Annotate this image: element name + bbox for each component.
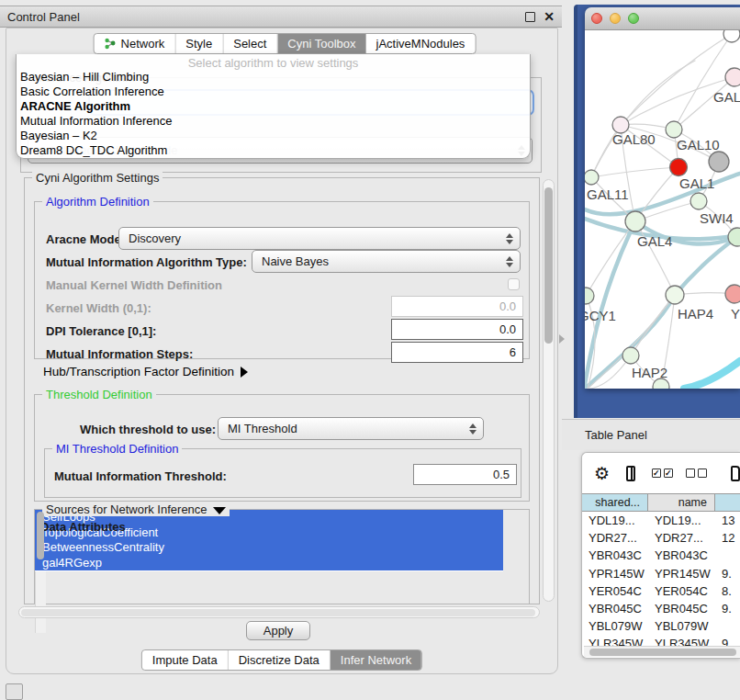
table-row[interactable]: YBL079WYBL079W [582, 617, 740, 635]
network-node-y[interactable] [725, 285, 740, 303]
algorithm-option[interactable]: ARACNE Algorithm [17, 99, 530, 114]
which-threshold-combobox[interactable]: MI Threshold [218, 417, 484, 440]
cyni-algorithm-settings-label: Cyni Algorithm Settings [32, 171, 163, 185]
table-horizontal-scrollbar[interactable] [584, 646, 740, 657]
bottom-tabs: Impute DataDiscretize DataInfer Network [141, 649, 422, 671]
table-row[interactable]: YBR043CYBR043C [582, 547, 740, 564]
table-panel-titlebar: Table Panel [562, 419, 740, 450]
algorithm-option[interactable]: Bayesian – Hill Climbing [17, 70, 530, 85]
apply-button[interactable]: Apply [246, 621, 310, 640]
minimize-traffic-light[interactable] [610, 13, 621, 24]
minimized-panel-chip[interactable] [6, 683, 23, 700]
network-node-hap4[interactable] [666, 286, 684, 304]
network-node-label: GAL4 [637, 233, 672, 249]
attribute-item[interactable]: gal4RGexp [35, 556, 503, 571]
algorithm-dropdown-list: Bayesian – Hill ClimbingBasic Correlatio… [17, 70, 530, 159]
table-cell: 9. [715, 567, 740, 581]
hub-definition-expander[interactable]: Hub/Transcription Factor Definition [43, 365, 248, 378]
mi-threshold-field[interactable]: 0.5 [413, 464, 517, 485]
table-row[interactable]: YER054CYER054C8. [582, 582, 740, 600]
aracne-mode-combobox[interactable]: Discovery [118, 227, 521, 250]
tab-jactivemnodules[interactable]: jActiveMNodules [366, 34, 476, 53]
table-row[interactable]: YDL19...YDL19...13 [582, 512, 740, 529]
network-node-label: HAP4 [678, 306, 713, 322]
dpi-tolerance-field[interactable]: 0.0 [391, 319, 523, 340]
algorithm-option[interactable]: Basic Correlation Inference [17, 85, 530, 99]
attribute-item[interactable]: BetweennessCentrality [35, 540, 503, 556]
manual-kernel-checkbox[interactable] [508, 278, 520, 290]
close-icon[interactable]: ✕ [544, 12, 555, 22]
table-column-header[interactable] [715, 494, 740, 511]
network-node-gal1[interactable] [670, 159, 688, 176]
network-node-swi4[interactable] [690, 193, 707, 209]
control-panel-titlebar[interactable]: Control Panel ✕ [0, 6, 562, 28]
table-row[interactable]: YBR045CYBR045C9. [582, 600, 740, 617]
attributes-scrollbar[interactable] [35, 571, 46, 633]
table-cell: YPR145W [582, 567, 648, 581]
table-cell: 12 [715, 531, 740, 545]
stepper-icon [503, 233, 516, 244]
algorithm-option[interactable]: Bayesian – K2 [17, 129, 530, 143]
settings-horizontal-scrollbar[interactable] [18, 606, 540, 618]
mi-type-value: Naive Bayes [262, 254, 503, 268]
tab-style[interactable]: Style [175, 34, 223, 53]
zoom-traffic-light[interactable] [628, 13, 639, 24]
network-node[interactable] [709, 152, 729, 172]
sources-group-label[interactable]: Sources for Network Inference [42, 502, 230, 516]
table-cell: YBR045C [648, 602, 715, 615]
mi-threshold-definition-group: MI Threshold Definition Mutual Informati… [44, 448, 521, 498]
network-node-gal4[interactable] [625, 211, 645, 231]
table-row[interactable]: YPR145WYPR145W9. [582, 565, 740, 582]
table-column-header[interactable]: shared... [582, 494, 648, 511]
columns-icon[interactable] [626, 466, 635, 481]
network-node-gcy1[interactable] [585, 288, 594, 304]
aracne-mode-label: Aracne Mode: [46, 232, 125, 246]
close-traffic-light[interactable] [591, 13, 602, 24]
network-edge [684, 361, 740, 389]
mi-type-label: Mutual Information Algorithm Type: [46, 255, 247, 269]
table-cell: YER054C [648, 584, 715, 598]
table-cell: 13 [715, 514, 740, 527]
float-icon[interactable] [525, 12, 535, 22]
table-row[interactable]: YDR27...YDR27...12 [582, 529, 740, 547]
network-canvas[interactable]: GALGAL80GAL10GAL1GAL11SWI4GAL4GCY1HAP4YH… [585, 30, 740, 389]
network-node-gal10[interactable] [666, 121, 682, 138]
tab-discretize-data[interactable]: Discretize Data [229, 650, 331, 670]
tab-impute-data[interactable]: Impute Data [142, 650, 229, 670]
document-icon[interactable] [731, 466, 740, 481]
chevron-down-icon [213, 507, 226, 514]
table-panel-window: ⚙ ✓✓ shared...name YDL19...YDL19...13YDR… [581, 452, 740, 659]
kernel-width-label: Kernel Width (0,1): [46, 301, 151, 315]
checked-pair-icon[interactable]: ✓✓ [652, 469, 673, 478]
table-column-header[interactable]: name [648, 494, 715, 511]
threshold-definition-label: Threshold Definition [42, 388, 156, 401]
control-panel-title: Control Panel [7, 10, 525, 24]
table-cell: YER054C [582, 584, 648, 598]
mi-steps-field[interactable]: 6 [391, 342, 523, 363]
algorithm-dropdown: Select algorithm to view settings Bayesi… [16, 54, 531, 159]
settings-scrollbar[interactable] [543, 179, 555, 602]
gear-icon[interactable]: ⚙ [594, 463, 610, 484]
network-node-gal[interactable] [725, 68, 740, 86]
mi-type-combobox[interactable]: Naive Bayes [252, 250, 521, 273]
algorithm-option[interactable]: Mutual Information Inference [17, 114, 530, 129]
tab-select[interactable]: Select [223, 34, 277, 53]
data-attributes-label: Data Attributes [40, 520, 126, 534]
unchecked-pair-icon[interactable] [686, 469, 707, 478]
network-node-label: GAL11 [587, 186, 629, 202]
network-window-titlebar[interactable] [585, 7, 740, 30]
tab-infer-network[interactable]: Infer Network [331, 650, 421, 670]
network-node[interactable] [723, 30, 740, 42]
table-cell: 8. [715, 584, 740, 598]
tab-network[interactable]: Network [95, 34, 176, 53]
tab-cyni-toolbox[interactable]: Cyni Toolbox [277, 34, 365, 53]
algorithm-option[interactable]: Dream8 DC_TDC Algorithm [17, 143, 530, 158]
mi-threshold-definition-label: MI Threshold Definition [52, 442, 182, 456]
network-node-gal11[interactable] [585, 170, 599, 185]
table-header-row: shared...name [582, 493, 740, 512]
kernel-width-field: 0.0 [391, 296, 523, 317]
network-window[interactable]: GALGAL80GAL10GAL1GAL11SWI4GAL4GCY1HAP4YH… [585, 7, 740, 389]
splitter-arrow-icon[interactable] [559, 334, 565, 344]
table-panel-title: Table Panel [585, 428, 647, 442]
network-node-hap2[interactable] [622, 347, 639, 364]
